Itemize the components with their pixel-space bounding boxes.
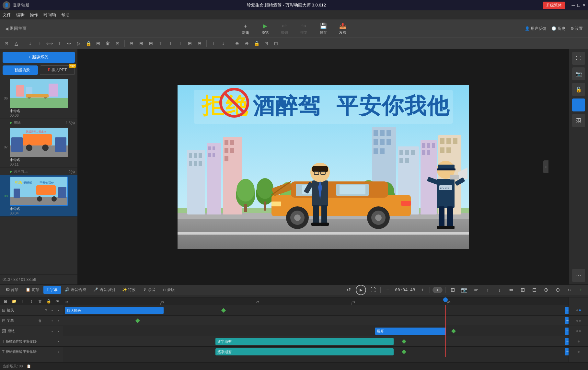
close-button[interactable]: × [583,3,585,8]
menu-edit[interactable]: 编辑 [16,12,25,18]
keyframe-text2-1[interactable] [402,350,406,354]
align-htop[interactable]: ⊤ [157,40,165,47]
track-dot1-subtitle[interactable]: • [50,318,55,323]
align-left[interactable]: ⊟ [128,40,135,47]
resize-icon[interactable]: ⊡ [272,40,280,47]
publish-button[interactable]: 📤 发布 [336,22,349,35]
align-vcenter[interactable]: ⊞ [137,40,145,47]
select-tool[interactable]: ⊡ [3,40,10,47]
track-del-subtitle[interactable]: 🗑 [37,318,42,323]
track-dot1-text2[interactable]: • [56,349,61,354]
zoom-in-icon[interactable]: ⊕ [233,40,241,47]
transition-02[interactable]: ▶ 圆角向上 2(s) [0,168,77,175]
scene-item-06[interactable]: 06 [0,77,77,119]
delete-tool[interactable]: 🗑 [104,40,112,47]
align-down[interactable]: ↓ [26,40,34,47]
always-show-subtitle[interactable]: 一直显示 [565,317,569,324]
track-help-camera[interactable]: ? [43,308,49,313]
track-dot1-camera[interactable]: • [50,308,55,313]
track-lock-icon[interactable]: 🔒 [45,297,52,305]
tab-mask[interactable]: ◻ 蒙版 [160,286,178,294]
extra-ctrl-6[interactable]: ⇔ [506,285,515,295]
new-button[interactable]: ＋ 新建 [239,22,252,35]
always-show-text2[interactable]: 一直显示 [565,348,569,355]
arrange-up[interactable]: ↑ [210,40,217,47]
track-add-icon[interactable]: ⊞ [2,297,9,305]
login-btn[interactable]: 登录/注册 [13,3,29,8]
tab-tts[interactable]: 🔊 语音合成 [62,286,89,294]
menu-timeline[interactable]: 时间轴 [43,12,56,18]
align-center-h[interactable]: ⟺ [46,40,53,47]
zoom-out-ctrl[interactable]: − [383,285,392,295]
lock-button[interactable]: 🔓 [572,83,585,96]
keyframe-subtitle-1[interactable] [135,318,140,323]
align-hbottom[interactable]: ⊥ [176,40,184,47]
back-button[interactable]: ◀ 返回主页 [5,26,27,31]
minimize-button[interactable]: ─ [571,3,575,8]
keyframe-camera-1[interactable] [221,308,226,313]
canvas-wrapper[interactable]: 🎬 默认镜头 [178,85,469,249]
play-button[interactable]: ▶ [356,285,366,295]
track-text-icon[interactable]: T [19,297,27,305]
feedback-button[interactable]: 👤 用户反馈 [525,26,546,31]
smart-scene-tab[interactable]: A 智能场景 [3,65,38,75]
always-show-text1[interactable]: 一直显示 [565,338,569,345]
align-top[interactable]: ⊤ [55,40,63,47]
extra-ctrl-4[interactable]: ↑ [483,285,492,295]
scene-tool[interactable]: △ [12,40,20,47]
extra-ctrl-10[interactable]: ⊖ [553,285,562,295]
tab-record[interactable]: 🎙 录音 [140,286,159,294]
redo-button[interactable]: ↪ 恢复 [297,22,310,35]
extra-ctrl-7[interactable]: ⊞ [518,285,527,295]
fit-screen-button[interactable]: ⛶ [572,52,585,65]
save-button[interactable]: 💾 保存 [317,22,330,35]
collapse-panel-button[interactable]: ‹ [543,160,548,173]
menu-operate[interactable]: 操作 [30,12,38,18]
align-hmiddle[interactable]: ⊥ [167,40,174,47]
track-sort-icon[interactable]: ↕ [28,297,35,305]
ungroup[interactable]: ⊞ [94,40,102,47]
track-eye-icon[interactable]: 👁 [53,297,61,305]
track-dot2-camera[interactable]: • [56,308,61,313]
always-show-reject[interactable]: 一直显示 [565,328,569,335]
ppt-tab[interactable]: P 插入PPT VIP [40,65,75,75]
track-folder-icon[interactable]: 📁 [11,297,18,305]
lock-tool[interactable]: 🔒 [85,40,92,47]
extra-ctrl-8[interactable]: ⊡ [530,285,539,295]
align-right[interactable]: ⊞ [147,40,155,47]
layer-button[interactable] [572,98,585,111]
dist-h[interactable]: ⊞ [186,40,194,47]
tab-fg[interactable]: 📋 前景 [22,286,42,294]
extra-ctrl-9[interactable]: ⊕ [541,285,550,295]
thumbnail-button[interactable]: 🖼 [572,114,585,127]
extra-ctrl-5[interactable]: ↓ [495,285,504,295]
copy-tool[interactable]: ⊡ [114,40,121,47]
transition-01[interactable]: ▶ 擦除 1.5(s) [0,119,77,126]
always-show-camera[interactable]: 一直显示 [565,307,569,314]
fullscreen-button[interactable]: ⛶ [369,285,378,295]
extra-ctrl-3[interactable]: ✏ [471,285,480,295]
zoom-in-ctrl[interactable]: + [418,285,427,295]
scene-item-07[interactable]: 07 酒后开车...禁止!!! [0,126,77,168]
keyframe-text1-1[interactable] [402,339,406,344]
extra-ctrl-1[interactable]: ⊞ [448,285,457,295]
track-dot2-reject[interactable]: • [56,329,61,334]
keyframe-reject-1[interactable] [451,329,456,333]
undo-button[interactable]: ↩ 撤销 [278,22,291,35]
dist-v[interactable]: ⊟ [196,40,203,47]
tab-bg[interactable]: 🖼 背景 [3,286,22,294]
lock-aspect-icon[interactable]: 🔒 [253,40,260,47]
track-add-subtitle[interactable]: + [43,318,49,323]
tab-asr[interactable]: 🎤 语音识别 [90,286,118,294]
track-del-icon[interactable]: 🗑 [36,297,44,305]
timeline-content[interactable]: 0s 1s 2s 3s 4s 默认镜头 [63,297,569,362]
new-scene-button[interactable]: + 新建场景 [3,52,75,63]
menu-help[interactable]: 帮助 [61,12,70,18]
tab-effect[interactable]: ✨ 特效 [119,286,139,294]
more-button[interactable]: ⋯ [572,269,585,282]
timeline-cursor-head[interactable] [443,297,448,302]
extra-ctrl-2[interactable]: 📷 [460,285,469,295]
rewind-button[interactable]: ↺ [344,285,353,295]
maximize-button[interactable]: □ [577,3,580,8]
align-up[interactable]: ↑ [36,40,44,47]
